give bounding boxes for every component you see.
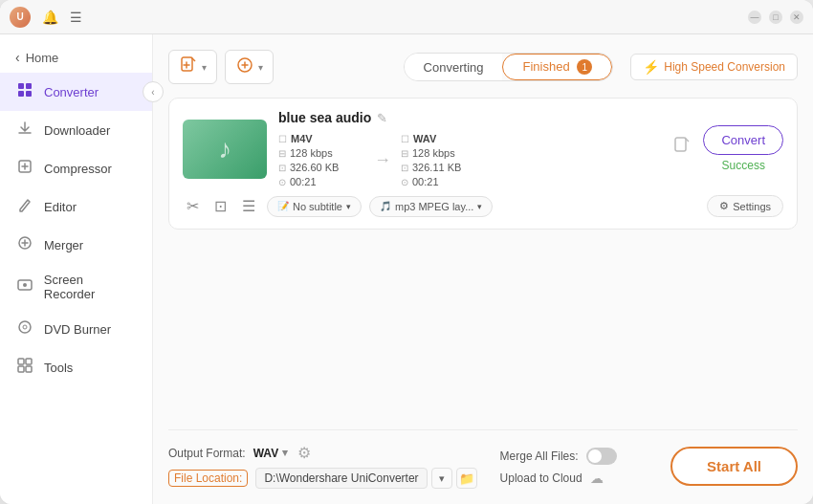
target-duration: 00:21 <box>412 176 439 187</box>
dvd-burner-icon <box>15 318 34 340</box>
audio-label: mp3 MPEG lay... <box>395 201 473 212</box>
sidebar-collapse-btn[interactable]: ‹ <box>143 81 164 102</box>
location-arrow-button[interactable]: ▾ <box>431 468 452 489</box>
merge-toggle[interactable] <box>586 448 617 465</box>
toolbar: ▾ ▾ Converting Finished 1 <box>168 50 798 84</box>
sidebar-item-label-tools: Tools <box>44 361 73 375</box>
target-size: 326.11 KB <box>412 162 461 173</box>
start-all-button[interactable]: Start All <box>670 447 798 486</box>
bell-icon[interactable]: 🔔 <box>42 10 58 25</box>
file-location-row: File Location: D:\Wondershare UniConvert… <box>168 468 477 489</box>
editor-icon <box>15 196 34 217</box>
settings-button[interactable]: ⚙ Settings <box>707 195 783 217</box>
sidebar-item-tools[interactable]: Tools <box>0 348 152 386</box>
file-name: blue sea audio <box>278 110 371 125</box>
close-button[interactable]: ✕ <box>790 11 803 24</box>
audio-dropdown[interactable]: 🎵 mp3 MPEG lay... ▾ <box>369 196 493 217</box>
target-clock-icon: ⊙ <box>401 177 408 187</box>
location-folder-button[interactable]: 📁 <box>456 468 477 489</box>
target-file-icon: ☐ <box>401 134 409 144</box>
sidebar-item-label-compressor: Compressor <box>44 162 112 176</box>
svg-point-7 <box>23 283 27 287</box>
success-label: Success <box>722 159 765 172</box>
main-layout: ‹ Home Converter ‹ Downloader C <box>0 34 813 504</box>
svg-rect-16 <box>675 138 686 151</box>
add-url-icon <box>235 55 254 78</box>
svg-rect-13 <box>26 366 32 372</box>
compressor-icon <box>15 158 34 179</box>
sidebar-item-label-screen-recorder: Screen Recorder <box>44 273 137 301</box>
sidebar-item-label-editor: Editor <box>44 200 77 214</box>
subtitle-icon: 📝 <box>277 201 289 211</box>
list-icon-btn[interactable]: ☰ <box>238 195 259 217</box>
source-bitrate-row: ⊟ 128 kbps <box>278 147 364 159</box>
add-file-button[interactable]: ▾ <box>168 50 217 84</box>
format-value: WAV <box>253 447 278 460</box>
file-info: blue sea audio ✎ ☐ M4V ⊟ <box>278 110 653 187</box>
file-name-row: blue sea audio ✎ <box>278 110 653 125</box>
finished-badge: 1 <box>577 59 592 75</box>
sidebar-item-screen-recorder[interactable]: Screen Recorder <box>0 264 152 310</box>
output-format-row: Output Format: WAV ▾ ⚙ <box>168 444 477 462</box>
file-location-label: File Location: <box>168 470 248 487</box>
audio-icon: 🎵 <box>380 201 391 211</box>
convert-button[interactable]: Convert <box>703 125 783 155</box>
cut-icon-btn[interactable]: ✂ <box>183 195 203 217</box>
target-bitrate-row: ⊟ 128 kbps <box>401 147 487 159</box>
output-settings-gear-icon[interactable]: ⚙ <box>297 444 311 462</box>
converter-icon <box>15 81 34 102</box>
format-select[interactable]: WAV ▾ <box>253 447 288 460</box>
sidebar-item-downloader[interactable]: Downloader <box>0 111 152 149</box>
settings-gear-icon: ⚙ <box>719 200 729 212</box>
source-bitrate: 128 kbps <box>290 147 333 159</box>
arrow-icon: → <box>374 150 391 170</box>
title-bar-icons: U 🔔 ☰ <box>10 7 82 28</box>
tab-group: Converting Finished 1 <box>404 53 614 82</box>
merger-icon <box>15 234 34 255</box>
target-bitrate: 128 kbps <box>412 147 455 159</box>
content-area: ▾ ▾ Converting Finished 1 <box>153 34 813 504</box>
sidebar: ‹ Home Converter ‹ Downloader C <box>0 34 153 504</box>
upload-to-cloud-label: Upload to Cloud <box>500 471 582 485</box>
menu-icon[interactable]: ☰ <box>70 10 82 25</box>
svg-rect-10 <box>18 359 24 364</box>
target-size-row: ⊡ 326.11 KB <box>401 162 487 173</box>
source-duration-row: ⊙ 00:21 <box>278 176 364 187</box>
target-duration-row: ⊙ 00:21 <box>401 176 487 187</box>
sidebar-item-editor[interactable]: Editor <box>0 187 152 226</box>
sidebar-item-label-converter: Converter <box>44 85 99 99</box>
svg-point-8 <box>19 321 31 333</box>
format-select-arrow: ▾ <box>282 447 288 459</box>
source-format: M4V <box>291 133 313 144</box>
converting-tab[interactable]: Converting <box>405 54 503 81</box>
edit-icon[interactable]: ✎ <box>377 111 387 125</box>
sidebar-item-merger[interactable]: Merger <box>0 226 152 264</box>
title-bar: U 🔔 ☰ — □ ✕ <box>0 0 813 34</box>
maximize-button[interactable]: □ <box>769 11 782 24</box>
svg-rect-0 <box>18 83 24 89</box>
file-card-top: ♪ blue sea audio ✎ ☐ M4V <box>183 110 783 187</box>
bottom-bar: Output Format: WAV ▾ ⚙ File Location: D:… <box>168 429 798 489</box>
minimize-button[interactable]: — <box>748 11 761 24</box>
lightning-icon: ⚡ <box>643 59 659 75</box>
sidebar-back[interactable]: ‹ Home <box>0 42 152 73</box>
merge-all-row: Merge All Files: <box>500 448 617 465</box>
copy-icon-btn[interactable]: ⊡ <box>210 195 231 217</box>
app-window: U 🔔 ☰ — □ ✕ ‹ Home Converter ‹ <box>0 0 813 504</box>
back-label: Home <box>26 51 59 65</box>
sidebar-item-label-dvd-burner: DVD Burner <box>44 322 111 337</box>
finished-tab[interactable]: Finished 1 <box>502 54 612 81</box>
output-format-label: Output Format: <box>168 447 246 460</box>
add-url-button[interactable]: ▾ <box>225 50 274 84</box>
avatar: U <box>10 7 31 28</box>
source-duration: 00:21 <box>290 176 317 187</box>
merge-section: Merge All Files: Upload to Cloud ☁ <box>500 448 617 486</box>
file-actions: Convert Success <box>703 125 783 172</box>
sidebar-item-dvd-burner[interactable]: DVD Burner <box>0 310 152 348</box>
subtitle-dropdown[interactable]: 📝 No subtitle ▾ <box>267 196 362 217</box>
location-input-row: D:\Wondershare UniConverter ▾ 📁 <box>255 468 476 489</box>
sidebar-item-converter[interactable]: Converter ‹ <box>0 73 152 111</box>
sidebar-item-compressor[interactable]: Compressor <box>0 149 152 187</box>
file-meta-row: ☐ M4V ⊟ 128 kbps ⊡ 326.60 KB <box>278 133 653 187</box>
high-speed-button[interactable]: ⚡ High Speed Conversion <box>630 54 798 80</box>
